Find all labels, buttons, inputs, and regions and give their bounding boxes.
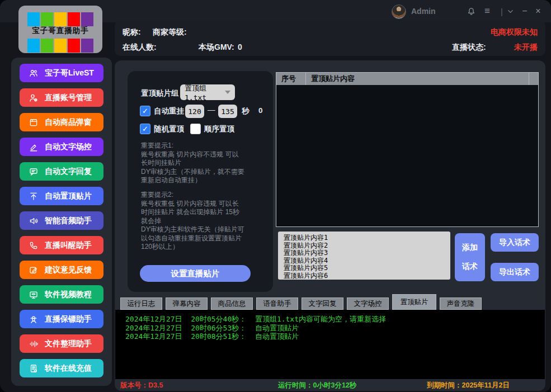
video-tutorial-icon	[29, 290, 39, 300]
avatar[interactable]	[392, 4, 406, 19]
min-seconds-input[interactable]: 120	[185, 105, 204, 118]
runtime-text: 运行时间：0小时3分12秒	[278, 381, 356, 390]
dropdown-arrow-icon	[225, 91, 230, 94]
feedback-edit-icon	[29, 265, 39, 275]
add-phrase-button[interactable]: 添加 话术	[455, 233, 485, 281]
log-output: 2024年12月27日 20时05分40秒： 置顶组1.txt内容可能为空，请重…	[115, 310, 545, 379]
users-icon	[29, 68, 39, 78]
logo-squares-bottom	[27, 39, 93, 53]
pinned-clips-table: 序号 置顶贴片内容	[276, 72, 539, 227]
group-dropdown-value: 置顶组1.txt	[185, 83, 225, 102]
group-label: 置顶贴片组	[141, 88, 179, 98]
tab-text-control[interactable]: 文字场控	[347, 297, 389, 310]
hint-text-1: 重要提示1: 账号权重高 切片内容不违规 可以 长时间挂贴片 DY审核为主（不掉…	[141, 141, 263, 185]
sidebar-item-text-reply[interactable]: 自动文字回复	[20, 162, 103, 181]
tab-danmaku[interactable]: 弹幕内容	[166, 297, 208, 310]
speaker-icon	[29, 216, 39, 226]
import-phrase-button[interactable]: 导入话术	[491, 233, 539, 252]
gmv-label: 本场GMV:	[199, 42, 234, 53]
col-content: 置顶贴片内容	[305, 73, 529, 85]
merchant-level-label: 商家等级:	[153, 27, 187, 37]
stream-info-panel: 昵称: 商家等级: 电商权限未知 在线人数: 本场GMV: 0 直播状态: 未开…	[115, 20, 545, 56]
auto-rehang-label: 自动重挂	[154, 106, 184, 116]
tab-voice-clone[interactable]: 声音克隆	[440, 297, 482, 310]
range-dash: —	[208, 106, 215, 114]
sidebar-item-wakeup-assistant[interactable]: 直播叫醒助手	[20, 236, 103, 254]
live-status-label: 直播状态:	[452, 42, 486, 53]
sidebar-item-recharge[interactable]: 软件在线充值	[20, 359, 103, 377]
tab-text-reply[interactable]: 文字回复	[302, 297, 343, 310]
close-icon[interactable]: ×	[532, 5, 544, 17]
logo-squares-top	[27, 12, 93, 26]
nickname-label: 昵称:	[123, 27, 141, 37]
sidebar-item-product-popup[interactable]: 自动商品弹窗	[20, 113, 103, 131]
sequence-pin-checkbox[interactable]	[190, 124, 201, 134]
sidebar-item-file-organizer[interactable]: 文件整理助手	[20, 334, 103, 353]
log-line: 2024年12月27日 20时08分51秒： 自动置顶贴片	[125, 332, 545, 341]
online-count-label: 在线人数:	[123, 42, 157, 53]
tab-product-info[interactable]: 商品信息	[211, 297, 253, 310]
sidebar-item-bodyguard[interactable]: 直播保镖助手	[20, 310, 103, 328]
log-line: 2024年12月27日 20时05分40秒： 置顶组1.txt内容可能为空，请重…	[125, 315, 545, 324]
ecom-permission-status: 电商权限未知	[491, 27, 538, 37]
phrase-editor[interactable]: 置顶贴片内容1 置顶贴片内容2 置顶贴片内容3 置顶贴片内容4 置顶贴片内容5 …	[278, 232, 450, 280]
bottom-tab-bar: 运行日志 弹幕内容 商品信息 语音助手 文字回复 文字场控 置顶贴片 声音克隆	[120, 294, 482, 310]
tab-run-log[interactable]: 运行日志	[120, 297, 162, 310]
sidebar-item-livest[interactable]: 宝子哥LiveST	[20, 64, 103, 82]
tab-voice-assistant[interactable]: 语音助手	[256, 297, 298, 310]
log-line: 2024年12月27日 20时06分53秒： 自动置顶贴片	[125, 324, 545, 333]
gmv-value: 0	[238, 42, 242, 51]
chat-icon	[29, 167, 39, 177]
sidebar-item-video-tutorial[interactable]: 软件视频教程	[20, 285, 103, 304]
pin-top-icon	[29, 191, 39, 201]
pin-settings-card: 置顶贴片组 置顶组1.txt ✓ 自动重挂 120 — 135 秒 0 ✓ 随机…	[128, 71, 273, 292]
app-window: Admin ≡ | − × 宝子哥直播助手 宝子哥LiveST 直播账号管理	[0, 0, 551, 392]
rehang-counter: 0	[258, 106, 263, 115]
recharge-document-icon	[29, 363, 39, 374]
status-bar: 版本号：D3.5 运行时间：0小时3分12秒 到期时间：2025年11月2日	[115, 379, 545, 391]
seconds-unit-label: 秒	[242, 106, 249, 116]
main-panel: 置顶贴片组 置顶组1.txt ✓ 自动重挂 120 — 135 秒 0 ✓ 随机…	[115, 60, 545, 391]
sequence-pin-label: 顺序置顶	[204, 124, 234, 134]
random-pin-label: 随机置顶	[154, 124, 184, 134]
phone-icon	[29, 240, 39, 251]
product-window-icon	[29, 117, 39, 127]
bell-icon[interactable]	[465, 5, 477, 17]
bodyguard-icon	[29, 314, 39, 324]
hint-text-2: 重要提示2: 账号权重低 切片内容违规 可以长 时间挂贴片 就会出现掉贴片 15…	[141, 191, 263, 252]
sidebar-item-text-control[interactable]: 自动文字场控	[20, 138, 103, 156]
user-settings-icon	[29, 93, 39, 103]
live-status-value: 未开播	[514, 42, 538, 53]
expiry-text: 到期时间：2025年11月2日	[427, 381, 510, 390]
col-seq: 序号	[276, 73, 305, 85]
chevron-down-icon[interactable]	[504, 5, 516, 17]
equalizer-icon	[29, 339, 39, 349]
sidebar: 宝子哥LiveST 直播账号管理 自动商品弹窗 自动文字场控 自动文字回复 自动…	[11, 58, 112, 386]
table-header: 序号 置顶贴片内容	[276, 73, 538, 85]
random-pin-checkbox[interactable]: ✓	[140, 124, 150, 134]
export-phrase-button[interactable]: 导出话术	[491, 263, 539, 281]
app-logo: 宝子哥直播助手	[18, 6, 102, 53]
col-extra	[529, 73, 538, 85]
menu-icon[interactable]: ≡	[481, 5, 493, 17]
max-seconds-input[interactable]: 135	[218, 105, 237, 118]
sidebar-item-account-manage[interactable]: 直播账号管理	[20, 88, 103, 107]
set-live-pin-button[interactable]: 设置直播贴片	[140, 265, 251, 282]
sidebar-item-audio-assistant[interactable]: 智能音频助手	[20, 211, 103, 230]
logo-text: 宝子哥直播助手	[18, 26, 102, 36]
tab-pinned-clips[interactable]: 置顶贴片	[392, 294, 436, 310]
username: Admin	[411, 7, 436, 16]
group-dropdown[interactable]: 置顶组1.txt	[180, 84, 235, 100]
sidebar-item-pin-top[interactable]: 自动置顶贴片	[20, 187, 103, 205]
pen-icon	[29, 142, 39, 152]
minimize-icon[interactable]: −	[519, 5, 531, 17]
version-text: 版本号：D3.5	[120, 381, 163, 390]
sidebar-item-feedback[interactable]: 建议意见反馈	[20, 261, 103, 279]
auto-rehang-checkbox[interactable]: ✓	[140, 106, 150, 116]
